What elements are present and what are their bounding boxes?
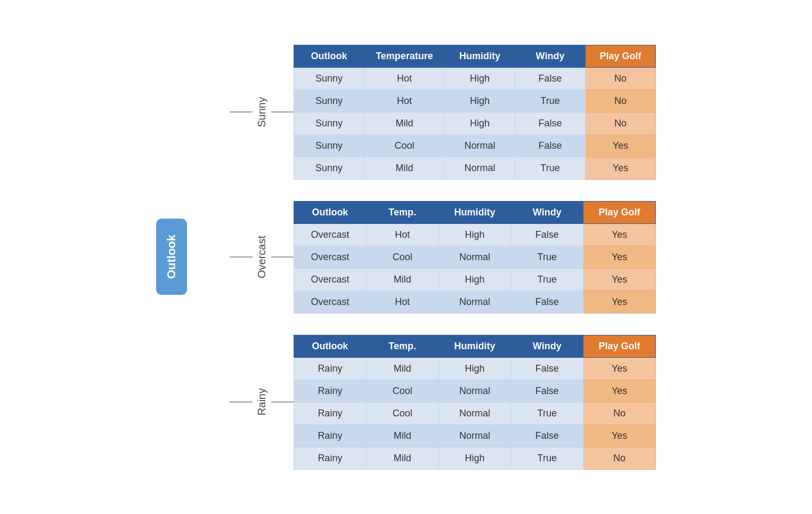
cell-0-2-2: High	[444, 112, 515, 134]
table-row: RainyMildHighFalseYes	[294, 357, 656, 380]
col-header-1-4: Play Golf	[583, 201, 656, 223]
cell-1-3-3: False	[511, 291, 583, 313]
branch-connector-1: Overcast	[230, 231, 294, 283]
cell-2-4-0: Rainy	[294, 447, 367, 469]
col-header-0-1: Temperature	[364, 45, 445, 67]
cell-0-3-3: False	[515, 134, 585, 157]
col-header-1-0: Outlook	[294, 201, 367, 223]
cell-2-3-3: False	[511, 424, 583, 447]
cell-2-4-4: No	[583, 447, 656, 469]
cell-0-2-4: No	[585, 112, 655, 134]
table-1: OutlookTemp.HumidityWindyPlay GolfOverca…	[294, 201, 656, 314]
cell-2-1-1: Cool	[366, 380, 439, 402]
cell-2-4-3: True	[511, 447, 583, 469]
cell-0-1-2: High	[444, 90, 515, 112]
cell-0-3-4: Yes	[585, 134, 655, 157]
col-header-1-2: Humidity	[439, 201, 511, 223]
cell-0-2-0: Sunny	[294, 112, 364, 134]
cell-2-2-4: No	[583, 402, 656, 424]
cell-2-4-2: High	[439, 447, 511, 469]
cell-1-2-0: Overcast	[294, 268, 367, 291]
cell-2-0-1: Mild	[366, 357, 439, 380]
table-row: OvercastHotNormalFalseYes	[294, 291, 656, 313]
cell-1-2-1: Mild	[366, 268, 439, 291]
cell-1-0-3: False	[511, 223, 583, 246]
cell-1-1-2: Normal	[439, 246, 511, 268]
cell-2-3-0: Rainy	[294, 424, 367, 447]
col-header-0-0: Outlook	[294, 45, 364, 67]
col-header-1-1: Temp.	[366, 201, 439, 223]
cell-0-1-4: No	[585, 90, 655, 112]
col-header-2-0: Outlook	[294, 335, 367, 357]
tree-root: Outlook SunnyOutlookTemperatureHumidityW…	[156, 45, 656, 470]
cell-2-0-2: High	[439, 357, 511, 380]
cell-1-3-2: Normal	[439, 291, 511, 313]
branch-label-1: Overcast	[253, 231, 271, 283]
cell-2-4-1: Mild	[366, 447, 439, 469]
branch-label-0: Sunny	[253, 93, 271, 132]
col-header-2-3: Windy	[511, 335, 583, 357]
cell-0-3-0: Sunny	[294, 134, 364, 157]
cell-0-4-1: Mild	[364, 157, 445, 179]
cell-1-2-2: High	[439, 268, 511, 291]
cell-2-0-3: False	[511, 357, 583, 380]
cell-0-1-1: Hot	[364, 90, 445, 112]
cell-1-0-0: Overcast	[294, 223, 367, 246]
branch-row-0: SunnyOutlookTemperatureHumidityWindyPlay…	[230, 45, 656, 180]
col-header-0-2: Humidity	[444, 45, 515, 67]
col-header-1-3: Windy	[511, 201, 583, 223]
table-row: SunnyHotHighFalseNo	[294, 67, 656, 90]
col-header-2-2: Humidity	[439, 335, 511, 357]
col-header-2-1: Temp.	[366, 335, 439, 357]
table-0: OutlookTemperatureHumidityWindyPlay Golf…	[294, 45, 656, 180]
cell-0-4-2: Normal	[444, 157, 515, 179]
table-row: SunnyMildHighFalseNo	[294, 112, 656, 134]
table-row: SunnyCoolNormalFalseYes	[294, 134, 656, 157]
cell-1-1-0: Overcast	[294, 246, 367, 268]
cell-2-1-4: Yes	[583, 380, 656, 402]
cell-2-1-3: False	[511, 380, 583, 402]
cell-1-1-4: Yes	[583, 246, 656, 268]
cell-1-2-4: Yes	[583, 268, 656, 291]
page-container: Outlook SunnyOutlookTemperatureHumidityW…	[0, 29, 812, 486]
branch-label-2: Rainy	[253, 384, 271, 420]
cell-2-2-2: Normal	[439, 402, 511, 424]
cell-0-1-3: True	[515, 90, 585, 112]
cell-0-4-0: Sunny	[294, 157, 364, 179]
cell-0-0-3: False	[515, 67, 585, 90]
table-row: RainyMildHighTrueNo	[294, 447, 656, 469]
table-row: OvercastMildHighTrueYes	[294, 268, 656, 291]
cell-1-1-1: Cool	[366, 246, 439, 268]
root-connector-svg	[187, 45, 230, 470]
cell-0-1-0: Sunny	[294, 90, 364, 112]
col-header-0-4: Play Golf	[585, 45, 655, 67]
table-2: OutlookTemp.HumidityWindyPlay GolfRainyM…	[294, 335, 656, 470]
table-row: RainyCoolNormalTrueNo	[294, 402, 656, 424]
branch-row-1: OvercastOutlookTemp.HumidityWindyPlay Go…	[230, 201, 656, 314]
col-header-0-3: Windy	[515, 45, 585, 67]
root-label: Outlook	[165, 235, 178, 279]
table-row: OvercastCoolNormalTrueYes	[294, 246, 656, 268]
table-row: SunnyHotHighTrueNo	[294, 90, 656, 112]
cell-2-1-0: Rainy	[294, 380, 367, 402]
cell-1-3-0: Overcast	[294, 291, 367, 313]
cell-2-2-0: Rainy	[294, 402, 367, 424]
cell-1-2-3: True	[511, 268, 583, 291]
root-node: Outlook	[156, 219, 187, 295]
cell-0-0-4: No	[585, 67, 655, 90]
branch-connector-2: Rainy	[230, 384, 294, 420]
cell-2-2-1: Cool	[366, 402, 439, 424]
cell-0-0-1: Hot	[364, 67, 445, 90]
cell-0-4-3: True	[515, 157, 585, 179]
cell-0-0-2: High	[444, 67, 515, 90]
branches-area: SunnyOutlookTemperatureHumidityWindyPlay…	[230, 45, 656, 470]
branch-connector-0: Sunny	[230, 93, 294, 132]
cell-1-3-1: Hot	[366, 291, 439, 313]
cell-1-1-3: True	[511, 246, 583, 268]
table-row: SunnyMildNormalTrueYes	[294, 157, 656, 179]
cell-1-0-1: Hot	[366, 223, 439, 246]
cell-1-0-4: Yes	[583, 223, 656, 246]
cell-0-2-3: False	[515, 112, 585, 134]
cell-0-0-0: Sunny	[294, 67, 364, 90]
cell-1-3-4: Yes	[583, 291, 656, 313]
